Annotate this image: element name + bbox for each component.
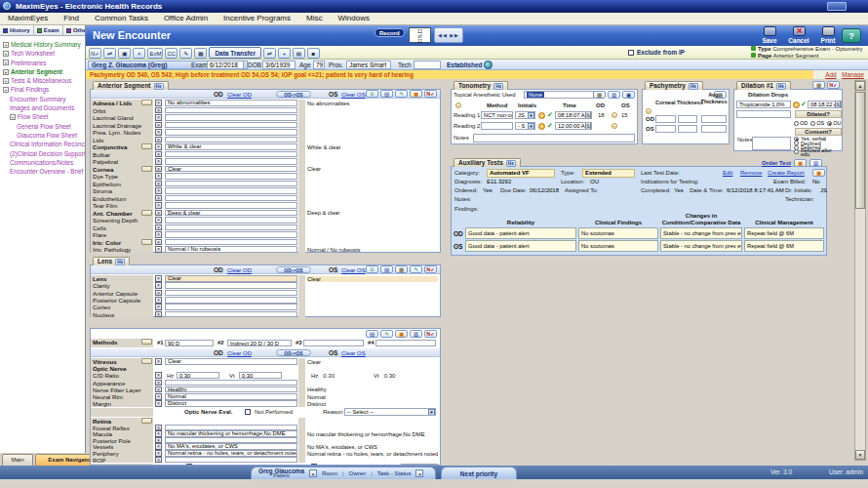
od-value-field[interactable]: Distinct xyxy=(165,400,297,407)
clear-row-button[interactable]: × xyxy=(155,425,162,431)
close-record-icon[interactable]: × xyxy=(133,48,145,59)
chart-icon[interactable]: ▥ xyxy=(809,159,822,167)
chart-icon[interactable]: ▥ xyxy=(608,91,620,99)
time-spinner[interactable]: ⇅ xyxy=(585,111,591,119)
time-field[interactable]: 08:18:22 AM⇅ xyxy=(808,101,842,108)
scroll-down-icon[interactable]: ▼ xyxy=(855,450,865,460)
sidebar-item-medical-history-summary[interactable]: +Medical History Summary xyxy=(3,40,85,49)
radio-icon[interactable] xyxy=(794,149,799,154)
eye-icon[interactable]: ⊙ xyxy=(366,90,378,98)
clear-row-button[interactable]: × xyxy=(155,100,162,106)
edit-link[interactable]: Edit xyxy=(723,170,732,176)
clear-row-button[interactable]: × xyxy=(155,173,162,180)
remove-link[interactable]: Remove xyxy=(740,170,762,176)
method-field[interactable]: NCT non-co xyxy=(481,111,513,119)
initials-select[interactable]: JS▼ xyxy=(515,111,535,119)
sidebar-tab-other[interactable]: Other xyxy=(63,25,86,35)
od-value-field[interactable]: Normal retina - no holes, tears, or deta… xyxy=(165,450,297,457)
od-value-field[interactable] xyxy=(165,173,297,180)
keyboard-icon[interactable] xyxy=(141,166,152,172)
consent-refused-after-edu[interactable]: Refused after edu. xyxy=(794,150,842,154)
od-value-field[interactable]: No MA's, exudates, or CWS xyxy=(165,443,297,450)
collapse-icon[interactable]: − xyxy=(612,112,617,118)
od-value-field[interactable] xyxy=(165,224,297,231)
expand-icon[interactable]: + xyxy=(10,114,16,120)
keyboard-icon[interactable] xyxy=(141,239,152,245)
od-value-field[interactable]: Clear xyxy=(165,358,297,365)
vertical-scrollbar[interactable]: ▲ ▼ xyxy=(854,80,866,461)
clear-row-button[interactable]: × xyxy=(155,358,162,365)
menu-windows[interactable]: Windows xyxy=(330,13,376,24)
od-value-field[interactable] xyxy=(165,311,297,318)
anesthetic-field[interactable]: None xyxy=(524,91,594,99)
radio-od[interactable]: OD xyxy=(794,120,808,126)
od-value-field[interactable] xyxy=(165,425,297,431)
clear-row-button[interactable]: × xyxy=(155,372,162,379)
data-transfer-button[interactable]: Data Transfer xyxy=(209,47,261,59)
collapse-up-icon[interactable]: ▲ xyxy=(415,469,423,477)
clock-icon[interactable] xyxy=(793,102,800,108)
exclude-from-ip[interactable]: Exclude from IP xyxy=(628,49,685,56)
menu-incentive-programs[interactable]: Incentive Programs xyxy=(216,13,298,24)
hx-history-icon[interactable]: Hx xyxy=(493,83,503,90)
patient-status-tab[interactable]: Greg Glaucoma Patient ▲ Room | Owner | T… xyxy=(251,467,436,479)
clear-row-button[interactable]: × xyxy=(155,231,162,238)
scroll-thumb[interactable] xyxy=(855,92,865,209)
pencil-icon[interactable]: ✎ xyxy=(380,330,393,338)
clear-row-button[interactable]: × xyxy=(155,166,162,173)
tonometry-tab[interactable]: TonometryHx xyxy=(454,81,508,90)
confirm-check-icon[interactable]: ✓ xyxy=(547,122,553,129)
sidebar-item-2-clinical-decision-support[interactable]: (2)Clinical Decision Support xyxy=(3,149,85,158)
collapse-icon[interactable]: − xyxy=(455,102,461,108)
od-value-field[interactable] xyxy=(165,457,297,464)
clear-row-button[interactable]: × xyxy=(155,187,162,194)
report-icon[interactable]: ▣ xyxy=(812,169,825,177)
note-check-icon[interactable]: N✓ xyxy=(424,330,437,338)
od-value-field[interactable] xyxy=(165,114,297,121)
clear-os-link[interactable]: Clear OS xyxy=(341,92,366,98)
sidebar-tab-history[interactable]: History xyxy=(0,25,34,35)
notes-area[interactable] xyxy=(752,137,791,150)
cc-icon[interactable]: CC xyxy=(165,48,178,59)
create-report-link[interactable]: Create Report xyxy=(768,170,805,176)
clear-row-button[interactable]: × xyxy=(155,311,162,318)
sidebar-item-flow-sheet[interactable]: +Flow Sheet xyxy=(3,112,85,121)
keyboard-icon[interactable] xyxy=(141,339,152,345)
method-field[interactable]: 90 D xyxy=(165,340,214,346)
images-icon[interactable]: ▣ xyxy=(410,90,422,98)
hx-history-icon[interactable]: Hx xyxy=(776,83,786,90)
clear-row-button[interactable]: × xyxy=(155,122,162,129)
od-value-field[interactable] xyxy=(165,122,297,129)
expand-icon[interactable]: + xyxy=(3,78,9,84)
sidebar-item-final-findings[interactable]: +Final Findings xyxy=(3,85,85,94)
keyboard-icon[interactable]: ▦ xyxy=(593,91,606,99)
hx-history-icon[interactable]: Hx xyxy=(506,160,516,167)
time-field[interactable]: 08:18:07 AM⇅ xyxy=(555,111,592,119)
hx-history-icon[interactable]: Hx xyxy=(689,83,698,90)
clock-icon[interactable] xyxy=(538,123,545,130)
tech-field[interactable] xyxy=(414,61,441,69)
od-value-field[interactable] xyxy=(165,239,297,246)
refresh-icon[interactable]: ⇄ xyxy=(103,48,116,59)
anterior-segment-tab[interactable]: Anterior SegmentHx xyxy=(93,81,169,90)
od-value-field[interactable] xyxy=(165,231,297,238)
clear-os-link[interactable]: Clear OS xyxy=(341,267,366,273)
clear-od-link[interactable]: Clear OD xyxy=(227,92,252,98)
hx-history-icon[interactable]: Hx xyxy=(157,328,167,329)
avg-field[interactable] xyxy=(701,115,727,123)
home-icon[interactable]: ▣ xyxy=(794,159,807,167)
clear-row-button[interactable]: × xyxy=(155,457,162,464)
od-value-field[interactable] xyxy=(165,202,297,209)
note-check-icon[interactable]: N✓ xyxy=(827,81,840,89)
chevron-down-icon[interactable]: ▼ xyxy=(428,409,435,416)
expand-icon[interactable]: + xyxy=(3,69,9,75)
clear-row-button[interactable]: × xyxy=(155,437,162,444)
add-link[interactable]: Add xyxy=(825,71,836,78)
time-spinner[interactable]: ⇅ xyxy=(835,101,841,108)
note-check-icon[interactable]: N✓ xyxy=(424,90,437,98)
reason-select[interactable]: -- Select --▼ xyxy=(344,408,436,416)
od-value-field[interactable]: Clear xyxy=(165,166,297,173)
tab-main[interactable]: Main xyxy=(2,454,33,466)
sidebar-item-tech-worksheet[interactable]: +Tech Worksheet xyxy=(3,49,85,58)
radio-icon[interactable] xyxy=(794,121,799,126)
